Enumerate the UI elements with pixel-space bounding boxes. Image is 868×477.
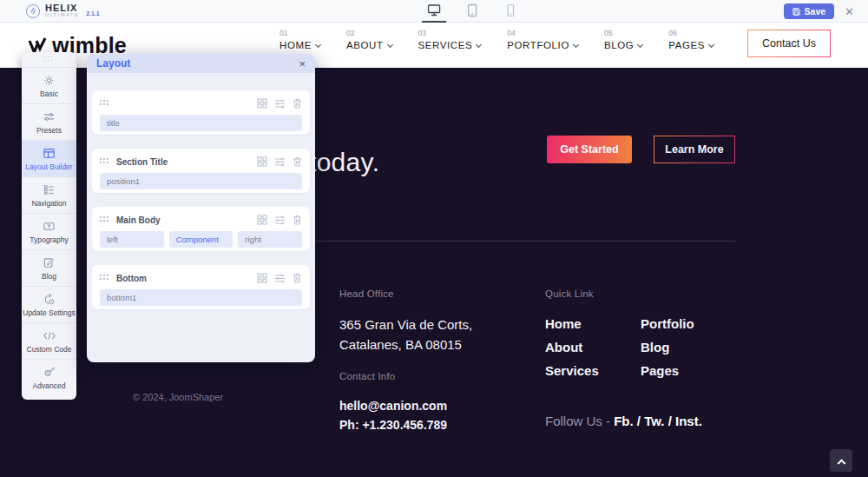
sidebar-item-layout-builder[interactable]: Layout Builder bbox=[22, 141, 76, 177]
layout-column-title[interactable]: title bbox=[100, 115, 302, 131]
layout-icon bbox=[43, 147, 56, 160]
layout-panel-close-icon[interactable]: × bbox=[299, 58, 306, 70]
code-icon bbox=[43, 329, 56, 342]
advanced-icon bbox=[43, 366, 56, 379]
sidebar-item-label: Blog bbox=[42, 272, 56, 281]
nav-item-services[interactable]: 03 SERVICES bbox=[418, 29, 482, 50]
row-drag-handle[interactable] bbox=[100, 100, 110, 107]
footer-link-pages[interactable]: Pages bbox=[641, 363, 694, 378]
tablet-preview-tab[interactable] bbox=[460, 0, 484, 23]
quick-links-col1: Home About Services bbox=[545, 316, 599, 378]
nav-num: 06 bbox=[668, 29, 713, 37]
helix-version: 2.1.1 bbox=[86, 10, 100, 17]
layout-row-main-body: Main Body left Component right bbox=[92, 207, 310, 251]
list-icon bbox=[43, 183, 56, 196]
contact-info: hello@canion.com Ph: +1.230.456.789 bbox=[339, 396, 447, 435]
layout-column-bottom1[interactable]: bottom1 bbox=[100, 289, 302, 306]
type-icon bbox=[43, 220, 56, 233]
footer-link-home[interactable]: Home bbox=[545, 316, 599, 331]
layout-row-section-title: Section Title position1 bbox=[92, 149, 310, 193]
nav-item-about[interactable]: 02 ABOUT bbox=[346, 29, 392, 50]
row-options-icon[interactable] bbox=[274, 156, 286, 167]
contact-us-button[interactable]: Contact Us bbox=[747, 30, 831, 57]
layout-column-left[interactable]: left bbox=[100, 231, 164, 248]
column-grid-icon[interactable] bbox=[257, 215, 267, 225]
quick-links-col2: Portfolio Blog Pages bbox=[641, 316, 694, 378]
helix-logo: HELIX ULTIMATE 2.1.1 bbox=[26, 3, 100, 18]
sidebar-item-label: Typography bbox=[30, 235, 68, 244]
row-options-icon[interactable] bbox=[274, 215, 286, 225]
mobile-preview-tab[interactable] bbox=[498, 0, 523, 23]
nav-num: 01 bbox=[279, 29, 320, 37]
trash-icon[interactable] bbox=[293, 273, 302, 283]
sidebar-drag-handle[interactable] bbox=[22, 52, 76, 68]
column-grid-icon[interactable] bbox=[257, 273, 267, 283]
footer-link-blog[interactable]: Blog bbox=[641, 340, 694, 354]
floppy-icon bbox=[792, 8, 800, 16]
sidebar-item-label: Basic bbox=[40, 89, 58, 98]
trash-icon[interactable] bbox=[293, 156, 302, 167]
row-options-icon[interactable] bbox=[274, 98, 286, 109]
layout-builder-panel: Layout × title Section Title bbox=[87, 54, 315, 362]
trash-icon[interactable] bbox=[293, 215, 302, 225]
head-office-address: 365 Gran Via de Corts, Catalanes, BA 080… bbox=[339, 315, 472, 355]
sidebar-item-label: Layout Builder bbox=[25, 162, 72, 171]
footer-link-services[interactable]: Services bbox=[545, 363, 599, 378]
row-title: Main Body bbox=[116, 215, 161, 225]
get-started-button[interactable]: Get Started bbox=[547, 136, 632, 163]
sidebar-item-update-settings[interactable]: Update Settings bbox=[22, 287, 76, 323]
layout-row-title: title bbox=[92, 90, 310, 135]
hero-heading: today. bbox=[309, 148, 379, 177]
layout-column-right[interactable]: right bbox=[238, 231, 302, 248]
nav-item-home[interactable]: 01 HOME bbox=[279, 29, 320, 50]
save-button[interactable]: Save bbox=[784, 3, 835, 19]
column-grid-icon[interactable] bbox=[257, 98, 267, 109]
contact-info-label: Contact Info bbox=[339, 371, 395, 381]
scroll-to-top-button[interactable] bbox=[830, 449, 852, 472]
layout-column-component[interactable]: Component bbox=[169, 231, 233, 248]
learn-more-button[interactable]: Learn More bbox=[654, 136, 735, 163]
device-preview-tabs bbox=[422, 0, 523, 23]
footer-email[interactable]: hello@canion.com bbox=[339, 396, 447, 415]
sidebar-item-presets[interactable]: Presets bbox=[22, 104, 76, 141]
nav-item-pages[interactable]: 06 PAGES bbox=[668, 29, 713, 50]
nav-item-portfolio[interactable]: 04 PORTFOLIO bbox=[507, 29, 578, 50]
nav-num: 04 bbox=[507, 29, 578, 37]
social-links[interactable]: Fb. / Tw. / Inst. bbox=[614, 414, 702, 428]
save-button-label: Save bbox=[805, 6, 826, 17]
update-icon bbox=[43, 293, 56, 306]
chevron-down-icon bbox=[386, 42, 392, 48]
desktop-preview-tab[interactable] bbox=[422, 0, 446, 23]
trash-icon[interactable] bbox=[293, 98, 302, 109]
sidebar-item-basic[interactable]: Basic bbox=[22, 68, 76, 104]
quick-link-label: Quick Link bbox=[545, 288, 594, 299]
sidebar-item-typography[interactable]: Typography bbox=[22, 214, 76, 250]
footer-link-about[interactable]: About bbox=[545, 340, 599, 354]
chevron-down-icon bbox=[708, 42, 714, 48]
column-grid-icon[interactable] bbox=[257, 156, 267, 167]
layout-row-bottom: Bottom bottom1 bbox=[92, 265, 310, 309]
row-title: Bottom bbox=[116, 274, 147, 283]
layout-panel-header[interactable]: Layout × bbox=[87, 54, 315, 73]
copyright-text: © 2024, JoomShaper bbox=[133, 392, 223, 402]
sidebar-item-navigation[interactable]: Navigation bbox=[22, 177, 76, 214]
follow-us-prefix: Follow Us - bbox=[545, 414, 614, 428]
row-drag-handle[interactable] bbox=[100, 216, 110, 223]
layout-column-position1[interactable]: position1 bbox=[100, 173, 302, 189]
footer-phone[interactable]: Ph: +1.230.456.789 bbox=[339, 415, 447, 434]
sidebar-item-advanced[interactable]: Advanced bbox=[22, 360, 76, 396]
gear-icon bbox=[43, 74, 56, 87]
chevron-down-icon bbox=[476, 42, 482, 48]
sidebar-item-label: Presets bbox=[36, 126, 62, 135]
row-options-icon[interactable] bbox=[274, 273, 286, 283]
sidebar-item-blog[interactable]: Blog bbox=[22, 250, 76, 287]
close-builder-icon[interactable]: ✕ bbox=[845, 6, 854, 17]
nav-label: HOME bbox=[279, 40, 312, 50]
main-nav: 01 HOME 02 ABOUT 03 SERVICES 04 PORTFOLI… bbox=[279, 29, 713, 50]
row-drag-handle[interactable] bbox=[100, 275, 110, 282]
row-drag-handle[interactable] bbox=[100, 158, 110, 165]
footer-link-portfolio[interactable]: Portfolio bbox=[641, 316, 694, 331]
sidebar-item-custom-code[interactable]: Custom Code bbox=[22, 323, 76, 360]
layout-panel-title: Layout bbox=[96, 57, 130, 70]
nav-item-blog[interactable]: 05 BLOG bbox=[604, 29, 642, 50]
